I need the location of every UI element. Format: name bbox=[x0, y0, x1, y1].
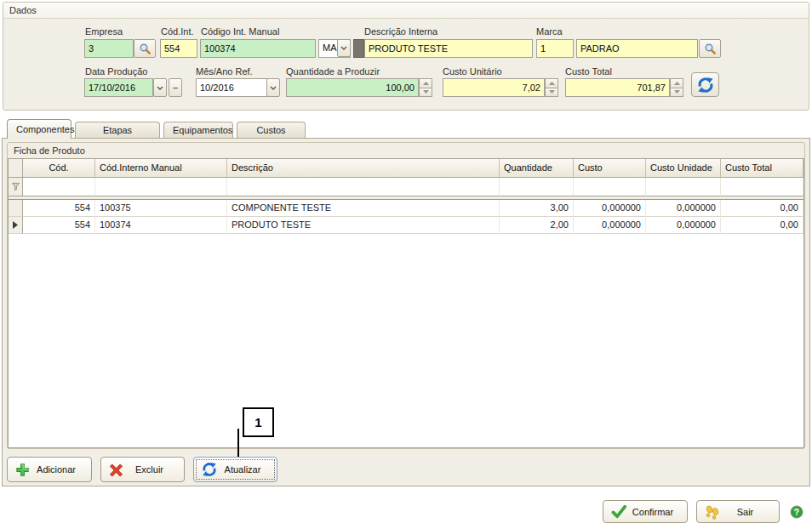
tab-componentes[interactable]: Componentes bbox=[7, 119, 71, 139]
spin-down-button[interactable] bbox=[545, 88, 558, 98]
spin-up-button[interactable] bbox=[545, 78, 558, 88]
filter-cell[interactable] bbox=[721, 178, 803, 196]
filter-cell[interactable] bbox=[9, 178, 23, 196]
exit-footprints-icon bbox=[705, 504, 720, 520]
cod-int-input[interactable] bbox=[160, 39, 197, 58]
filter-icon bbox=[11, 182, 20, 191]
tab-custos-gerais[interactable]: Custos Gerais bbox=[237, 122, 306, 139]
mes-ano-combo-input[interactable] bbox=[196, 78, 267, 97]
confirmar-button[interactable]: Confirmar bbox=[603, 500, 688, 523]
column-header-custo-unidade[interactable]: Custo Unidade bbox=[646, 159, 721, 178]
marca-name-input[interactable] bbox=[576, 39, 698, 58]
color-indicator[interactable] bbox=[353, 39, 364, 58]
codigo-int-manual-label: Código Int. Manual bbox=[201, 26, 279, 37]
cell-custo-unidade[interactable]: 0,000000 bbox=[646, 217, 721, 234]
filter-row bbox=[9, 178, 803, 196]
tab-etapas-produtivas[interactable]: Etapas Produtivas bbox=[75, 122, 160, 139]
filter-cell[interactable] bbox=[95, 178, 227, 196]
callout-label: 1 bbox=[254, 415, 261, 429]
adicionar-button[interactable]: Adicionar bbox=[7, 457, 92, 482]
custo-unitario-input[interactable] bbox=[443, 78, 545, 97]
header-selector-cell bbox=[9, 159, 23, 178]
tipo-combo[interactable]: MA bbox=[318, 39, 351, 58]
column-header-descricao[interactable]: Descrição bbox=[227, 159, 500, 178]
descricao-interna-input[interactable] bbox=[364, 39, 533, 58]
cell-cod-interno[interactable]: 100374 bbox=[95, 217, 227, 234]
marca-code-input[interactable] bbox=[536, 39, 574, 58]
marca-search-button[interactable] bbox=[699, 39, 721, 58]
data-producao-minus-button[interactable]: – bbox=[169, 78, 182, 97]
callout-box: 1 bbox=[243, 407, 274, 437]
search-icon bbox=[139, 43, 152, 55]
atualizar-button[interactable]: Atualizar bbox=[193, 457, 277, 482]
confirm-check-icon bbox=[611, 504, 627, 519]
table-row[interactable]: 554 100374 PRODUTO TESTE 2,00 0,000000 0… bbox=[9, 217, 803, 234]
dados-groupbox: Dados Empresa Cód.Int. Código Int. Manua… bbox=[3, 2, 809, 111]
sair-label: Sair bbox=[720, 507, 779, 517]
minus-icon: – bbox=[173, 82, 178, 93]
column-header-cod-interno[interactable]: Cód.Interno Manual bbox=[95, 159, 227, 178]
row-selector-cell[interactable] bbox=[9, 200, 23, 217]
cell-custo-unidade[interactable]: 0,000000 bbox=[646, 200, 721, 217]
spin-up-button[interactable] bbox=[419, 78, 432, 88]
componentes-tab-page: Ficha de Produto Cód. Cód.Interno Manual… bbox=[2, 138, 810, 486]
quantidade-input[interactable] bbox=[286, 78, 419, 97]
tab-label: Componentes bbox=[16, 124, 75, 134]
mes-ano-label: Mês/Ano Ref. bbox=[196, 66, 253, 77]
tab-equipamentos[interactable]: Equipamentos bbox=[163, 122, 233, 139]
empresa-input[interactable] bbox=[84, 39, 134, 58]
spin-up-button[interactable] bbox=[670, 78, 683, 88]
help-icon[interactable]: ? bbox=[790, 505, 803, 519]
filter-cell[interactable] bbox=[23, 178, 95, 196]
empresa-search-button[interactable] bbox=[134, 39, 156, 58]
cell-cod[interactable]: 554 bbox=[23, 217, 95, 234]
cell-cod-interno[interactable]: 100375 bbox=[95, 200, 227, 217]
codigo-int-manual-input[interactable] bbox=[200, 39, 316, 58]
column-header-custo-total[interactable]: Custo Total bbox=[721, 159, 803, 178]
tab-label: Equipamentos bbox=[173, 125, 232, 135]
chevron-down-icon bbox=[340, 46, 347, 50]
cell-cod[interactable]: 554 bbox=[23, 200, 95, 217]
cell-quantidade[interactable]: 2,00 bbox=[500, 217, 574, 234]
cell-quantidade[interactable]: 3,00 bbox=[500, 200, 574, 217]
column-header-quantidade[interactable]: Quantidade bbox=[500, 159, 574, 178]
cod-int-label: Cód.Int. bbox=[161, 26, 194, 37]
custo-unitario-label: Custo Unitário bbox=[443, 66, 502, 77]
column-header-cod[interactable]: Cód. bbox=[23, 159, 95, 178]
cell-custo-total[interactable]: 0,00 bbox=[721, 200, 803, 217]
filter-cell[interactable] bbox=[574, 178, 646, 196]
recalcular-button[interactable] bbox=[691, 72, 719, 97]
data-producao-input[interactable] bbox=[84, 78, 153, 97]
add-plus-icon bbox=[15, 463, 30, 477]
custo-total-input[interactable] bbox=[565, 78, 670, 97]
tipo-dropdown-button[interactable] bbox=[337, 39, 351, 57]
table-row[interactable]: 554 100375 COMPONENTE TESTE 3,00 0,00000… bbox=[9, 200, 803, 217]
column-header-custo[interactable]: Custo bbox=[574, 159, 646, 178]
marca-label: Marca bbox=[536, 26, 563, 37]
components-grid: Cód. Cód.Interno Manual Descrição Quanti… bbox=[8, 158, 804, 448]
atualizar-label: Atualizar bbox=[217, 464, 277, 475]
spin-down-button[interactable] bbox=[670, 88, 683, 98]
row-selector-cell[interactable] bbox=[9, 217, 23, 234]
cell-custo[interactable]: 0,000000 bbox=[574, 200, 646, 217]
mes-ano-dropdown-button[interactable] bbox=[266, 78, 280, 97]
custo-total-spinner bbox=[670, 78, 683, 97]
excluir-button[interactable]: Excluir bbox=[100, 457, 185, 482]
filter-cell[interactable] bbox=[500, 178, 574, 196]
delete-x-icon bbox=[109, 463, 123, 477]
quantidade-spinner bbox=[419, 78, 432, 97]
ficha-groupbox: Ficha de Produto Cód. Cód.Interno Manual… bbox=[7, 142, 805, 449]
filter-cell[interactable] bbox=[646, 178, 721, 196]
data-producao-dropdown-button[interactable] bbox=[153, 78, 167, 97]
cell-custo[interactable]: 0,000000 bbox=[574, 217, 646, 234]
quantidade-label: Quantidade a Produzir bbox=[286, 66, 380, 77]
spin-down-button[interactable] bbox=[419, 88, 432, 98]
cell-descricao[interactable]: PRODUTO TESTE bbox=[227, 217, 500, 234]
cell-descricao[interactable]: COMPONENTE TESTE bbox=[227, 200, 500, 217]
excluir-label: Excluir bbox=[123, 464, 184, 475]
cell-custo-total[interactable]: 0,00 bbox=[721, 217, 803, 234]
refresh-icon bbox=[202, 462, 217, 477]
sair-button[interactable]: Sair bbox=[696, 500, 780, 523]
descricao-interna-label: Descrição Interna bbox=[364, 26, 437, 37]
filter-cell[interactable] bbox=[227, 178, 500, 196]
